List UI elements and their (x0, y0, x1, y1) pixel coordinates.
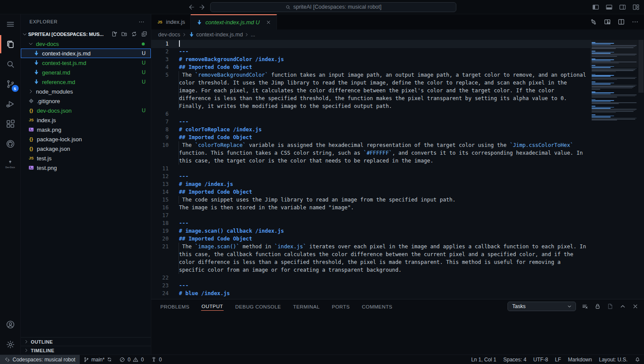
split-editor-icon[interactable] (618, 18, 625, 26)
close-panel-icon[interactable] (632, 303, 639, 310)
code-line[interactable]: 13# image /index.js (151, 180, 590, 188)
code-line[interactable]: 4## Imported Code Object (151, 63, 590, 71)
line-content[interactable]: --- (179, 172, 590, 180)
sidebar-item-mask-png[interactable]: mask.png (21, 125, 151, 134)
code-line[interactable]: 5 The `removeBackgroundColor` function t… (151, 71, 590, 110)
layout-sidebar-right-icon[interactable] (619, 3, 626, 11)
line-content[interactable]: --- (179, 282, 590, 289)
open-changes-icon[interactable] (590, 18, 597, 26)
code-line[interactable]: 20## Imported Code Object (151, 235, 590, 243)
activity-item-dev-docs[interactable]: Dev-Docs (0, 154, 21, 174)
line-content[interactable] (179, 110, 590, 118)
line-content[interactable]: The `colorToReplace` variable is assigne… (179, 141, 590, 165)
line-content[interactable] (179, 40, 590, 48)
activity-item-explorer[interactable] (0, 34, 21, 54)
arrow-left-icon[interactable] (188, 3, 195, 11)
layout-customize-icon[interactable] (632, 3, 640, 11)
line-content[interactable]: --- (179, 118, 590, 126)
code-line[interactable]: 19# image.scan() callback /index.js (151, 227, 590, 235)
code-line[interactable]: 6 (151, 110, 590, 118)
maximize-panel-icon[interactable] (619, 303, 626, 310)
panel-tab-comments[interactable]: COMMENTS (361, 302, 393, 311)
new-file-icon[interactable] (111, 31, 117, 37)
line-content[interactable]: ## Imported Code Object (179, 188, 590, 196)
code-line[interactable]: 14## Imported Code Object (151, 188, 590, 196)
code-line[interactable]: 1 (151, 40, 590, 48)
code-line[interactable]: 15 The code snippet uses the Jimp librar… (151, 196, 590, 204)
line-content[interactable]: # removeBackgroundColor /index.js (179, 55, 590, 63)
sidebar-item--gitignore[interactable]: .gitignore (21, 96, 151, 106)
code-line[interactable]: 16The image is then stored in the variab… (151, 204, 590, 211)
line-content[interactable] (179, 165, 590, 172)
minimap-slider[interactable] (590, 40, 638, 68)
line-content[interactable]: The `image.scan()` method in `index.js` … (179, 243, 590, 274)
status-branch[interactable]: main* (80, 355, 116, 364)
sidebar-item-node-modules[interactable]: node_modules (21, 87, 151, 96)
sidebar-item-reference-md[interactable]: reference.mdU (21, 77, 151, 87)
line-content[interactable]: ## Imported Code Object (179, 63, 590, 71)
open-preview-icon[interactable] (604, 18, 611, 26)
sidebar-item-general-md[interactable]: general.mdU (21, 68, 151, 77)
activity-item-settings[interactable] (0, 335, 21, 354)
activity-item-github[interactable] (0, 134, 21, 154)
panel-tab-debug-console[interactable]: DEBUG CONSOLE (235, 302, 282, 311)
lock-scrolling-icon[interactable] (594, 303, 601, 310)
sidebar-section-timeline[interactable]: TIMELINE (21, 346, 151, 354)
line-content[interactable]: # image /index.js (179, 180, 590, 188)
status-eol[interactable]: LF (552, 355, 565, 364)
breadcrumb-item[interactable]: context-index.js.md (196, 32, 243, 38)
line-content[interactable]: The `removeBackgroundColor` function tak… (179, 71, 590, 110)
tab-index-js[interactable]: JSindex.js (151, 14, 191, 29)
sidebar-item-dev-docs-json[interactable]: {}dev-docs.jsonU (21, 106, 151, 115)
status-forwarded-ports[interactable]: 0 (147, 355, 166, 364)
layout-sidebar-icon[interactable] (592, 3, 599, 11)
editor[interactable]: 12---3# removeBackgroundColor /index.js4… (151, 40, 644, 299)
status-remote-indicator[interactable]: Codespaces: musical robot (0, 355, 80, 364)
sidebar-item-test-png[interactable]: test.png (21, 163, 151, 172)
activity-item-accounts[interactable] (0, 315, 21, 335)
code-line[interactable]: 3# removeBackgroundColor /index.js (151, 55, 590, 63)
refresh-icon[interactable] (131, 31, 137, 37)
status-encoding[interactable]: UTF-8 (530, 355, 552, 364)
code-line[interactable]: 9## Imported Code Object (151, 133, 590, 141)
code-line[interactable]: 18--- (151, 219, 590, 227)
line-content[interactable]: --- (179, 48, 590, 55)
panel-tab-ports[interactable]: PORTS (332, 302, 350, 311)
tab-context-index-js-md[interactable]: context-index.js.md U (191, 14, 277, 29)
minimap[interactable] (590, 40, 638, 299)
line-content[interactable]: The image is then stored in the variable… (179, 204, 590, 211)
sidebar-section-outline[interactable]: OUTLINE (21, 337, 151, 346)
command-center-search[interactable]: spriteAI [Codespaces: musical robot] (210, 2, 456, 12)
code-line[interactable]: 7--- (151, 118, 590, 126)
sidebar-item-dev-docs[interactable]: dev-docs (21, 39, 151, 49)
code-line[interactable]: 10 The `colorToReplace` variable is assi… (151, 141, 590, 165)
workspace-section-header[interactable]: SPRITEAI [CODESPACES: MUS... (21, 29, 151, 39)
status-problems[interactable]: 00 (116, 355, 147, 364)
line-content[interactable]: # blue /index.js (179, 289, 590, 297)
status-notifications[interactable] (631, 355, 644, 364)
panel-tab-terminal[interactable]: TERMINAL (293, 302, 320, 311)
scrollbar-thumb[interactable] (638, 40, 644, 93)
more-actions-icon[interactable] (138, 19, 145, 25)
output-channel-select[interactable]: Tasks (507, 302, 576, 311)
line-content[interactable]: # image.scan() callback /index.js (179, 227, 590, 235)
status-cursor-position[interactable]: Ln 1, Col 1 (468, 355, 500, 364)
activity-item-source-control[interactable]: 5 (0, 74, 21, 94)
code-line[interactable]: 24# blue /index.js (151, 289, 590, 297)
code-line[interactable]: 12--- (151, 172, 590, 180)
code-line[interactable]: 17 (151, 211, 590, 219)
sidebar-item-package-json[interactable]: {}package.json (21, 144, 151, 153)
sidebar-item-context-test-js-md[interactable]: context-test.js.mdU (21, 58, 151, 68)
code-line[interactable]: 11 (151, 165, 590, 172)
code-line[interactable]: 23--- (151, 282, 590, 289)
line-content[interactable]: ## Imported Code Object (179, 235, 590, 243)
line-content[interactable]: The code snippet uses the Jimp library t… (179, 196, 590, 204)
line-content[interactable] (179, 211, 590, 219)
activity-item-run-and-debug[interactable] (0, 94, 21, 114)
code-line[interactable]: 2--- (151, 48, 590, 55)
panel-tab-problems[interactable]: PROBLEMS (160, 302, 190, 311)
breadcrumb-item[interactable]: ... (250, 32, 255, 38)
status-indentation[interactable]: Spaces: 4 (500, 355, 530, 364)
ellipsis-icon[interactable] (631, 18, 639, 26)
collapse-all-icon[interactable] (141, 31, 147, 37)
